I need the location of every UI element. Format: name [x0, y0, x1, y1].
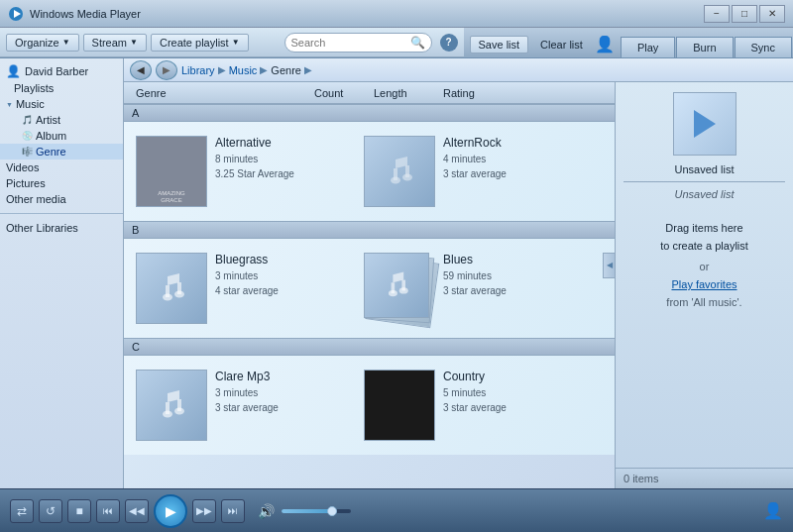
sidebar-item-genre[interactable]: 🎼 Genre [0, 144, 123, 160]
window-controls: − □ ✕ [704, 5, 785, 23]
svg-point-11 [389, 290, 397, 296]
drag-hint: Drag items hereto create a playlist [660, 220, 748, 255]
genre-item-bluegrass[interactable]: Bluegrass 3 minutes 4 star average [132, 249, 350, 328]
breadcrumb-music[interactable]: Music [229, 64, 258, 76]
sidebar-item-playlists[interactable]: Playlists [0, 80, 123, 96]
genre-meta-altern-rock: 4 minutes 3 star average [443, 152, 574, 181]
sidebar-item-other-media[interactable]: Other media [0, 191, 123, 207]
create-playlist-button[interactable]: Create playlist ▼ [151, 34, 249, 52]
col-length[interactable]: Length [370, 87, 439, 99]
back-button[interactable]: ◀ [130, 60, 152, 80]
clear-list-button[interactable]: Clear list [532, 37, 591, 53]
sidebar-item-music[interactable]: ▼ Music [0, 96, 123, 112]
help-button[interactable]: ? [440, 34, 458, 52]
app-icon [8, 6, 24, 22]
playback-bar: ⇄ ↺ ■ ⏮ ◀◀ ▶ ▶▶ ⏭ 🔊 👤 [0, 488, 793, 532]
genre-item-country[interactable]: Country 5 minutes 3 star average [360, 366, 578, 445]
main-area: 👤 David Barber Playlists ▼ Music 🎵 Artis… [0, 58, 793, 488]
play-favorites-link[interactable]: Play favorites [671, 278, 736, 290]
breadcrumb-sep-3: ▶ [304, 64, 312, 75]
sidebar-item-pictures[interactable]: Pictures [0, 175, 123, 191]
genre-list: Genre Count Length Rating A AMAZING [124, 82, 615, 488]
maximize-button[interactable]: □ [732, 5, 757, 23]
sidebar-item-other-libraries[interactable]: Other Libraries [0, 220, 123, 236]
volume-slider[interactable] [282, 509, 351, 513]
tab-play[interactable]: Play [621, 37, 675, 57]
organize-button[interactable]: Organize ▼ [6, 34, 79, 52]
unsaved-list-icon [673, 92, 736, 156]
genre-item-clare-mp3[interactable]: Clare Mp3 3 minutes 3 star average [132, 366, 350, 445]
next-track-button[interactable]: ⏭ [221, 499, 245, 523]
tab-burn[interactable]: Burn [676, 37, 733, 57]
forward-button[interactable]: ▶ [156, 60, 177, 80]
genre-meta-blues: 59 minutes 3 star average [443, 268, 574, 298]
genre-info-blues: Blues 59 minutes 3 star average [443, 253, 574, 298]
svg-point-7 [163, 294, 172, 301]
fast-forward-button[interactable]: ▶▶ [192, 499, 216, 523]
genre-item-altern-rock[interactable]: AlternRock 4 minutes 3 star average [360, 132, 578, 211]
toolbar: Organize ▼ Stream ▼ Create playlist ▼ 🔍 … [0, 28, 464, 57]
prev-track-button[interactable]: ⏮ [96, 499, 120, 523]
sidebar-item-album[interactable]: 💿 Album [0, 128, 123, 144]
sidebar-item-videos[interactable]: Videos [0, 160, 123, 175]
breadcrumb-sep-1: ▶ [218, 64, 226, 75]
search-input[interactable] [291, 37, 410, 49]
col-genre[interactable]: Genre [132, 87, 310, 99]
save-list-button[interactable]: Save list [470, 36, 529, 53]
from-text: from 'All music'. [666, 296, 741, 308]
genre-info-alternative: Alternative 8 minutes 3.25 Star Average [215, 136, 346, 181]
main-tabs: Save list Clear list 👤 Play Burn Sync [464, 28, 794, 57]
content-wrapper: ◀ ▶ Library ▶ Music ▶ Genre ▶ Genre Coun… [124, 58, 793, 488]
genre-name-clare-mp3: Clare Mp3 [215, 370, 346, 383]
tab-sync[interactable]: Sync [735, 37, 792, 57]
minimize-button[interactable]: − [704, 5, 730, 23]
svg-point-13 [399, 287, 408, 293]
playlist-dropdown-icon: ▼ [232, 38, 240, 47]
col-count[interactable]: Count [310, 87, 370, 99]
rewind-button[interactable]: ◀◀ [125, 499, 149, 523]
collapse-panel-button[interactable]: ◀ [603, 253, 616, 278]
search-icon[interactable]: 🔍 [410, 36, 425, 50]
genre-scroll[interactable]: A AMAZINGGRACE Alternative 8 minut [124, 104, 615, 488]
shuffle-button[interactable]: ⇄ [10, 499, 34, 523]
genre-grid-a: AMAZINGGRACE Alternative 8 minutes 3.25 … [124, 122, 615, 221]
sidebar-item-artist[interactable]: 🎵 Artist [0, 112, 123, 128]
genre-name-country: Country [443, 370, 574, 383]
content-area: Genre Count Length Rating A AMAZING [124, 82, 793, 488]
svg-point-9 [174, 291, 184, 298]
breadcrumb-genre: Genre [271, 64, 301, 76]
genre-name-alternative: Alternative [215, 136, 346, 150]
genre-item-alternative[interactable]: AMAZINGGRACE Alternative 8 minutes 3.25 … [132, 132, 350, 211]
column-headers: Genre Count Length Rating [124, 82, 615, 104]
volume-fill [282, 509, 330, 513]
repeat-button[interactable]: ↺ [39, 499, 62, 523]
genre-name-blues: Blues [443, 253, 574, 266]
sidebar: 👤 David Barber Playlists ▼ Music 🎵 Artis… [0, 58, 124, 488]
section-header-c: C [124, 338, 615, 356]
stream-dropdown-icon: ▼ [130, 38, 138, 47]
genre-grid-c: Clare Mp3 3 minutes 3 star average [124, 356, 615, 455]
unsaved-list-label: Unsaved list [675, 163, 735, 175]
close-button[interactable]: ✕ [759, 5, 785, 23]
stream-button[interactable]: Stream ▼ [83, 34, 147, 52]
genre-meta-bluegrass: 3 minutes 4 star average [215, 268, 346, 298]
stop-button[interactable]: ■ [67, 499, 91, 523]
or-text: or [700, 261, 710, 272]
svg-point-17 [174, 408, 184, 415]
right-panel: ◀ Unsaved list Unsaved list Drag items h… [615, 82, 793, 488]
genre-grid-b: Bluegrass 3 minutes 4 star average [124, 239, 615, 338]
volume-icon: 🔊 [258, 503, 275, 519]
breadcrumb-library[interactable]: Library [181, 64, 215, 76]
genre-name-altern-rock: AlternRock [443, 136, 574, 150]
volume-thumb[interactable] [327, 506, 337, 516]
genre-item-blues[interactable]: Blues 59 minutes 3 star average [360, 249, 578, 328]
breadcrumb: Library ▶ Music ▶ Genre ▶ [181, 64, 312, 76]
title-bar-left: Windows Media Player [8, 6, 141, 22]
breadcrumb-sep-2: ▶ [260, 64, 268, 75]
genre-meta-clare-mp3: 3 minutes 3 star average [215, 385, 346, 415]
genre-info-clare-mp3: Clare Mp3 3 minutes 3 star average [215, 370, 346, 415]
sidebar-item-david-barber[interactable]: 👤 David Barber [0, 62, 123, 80]
title-bar: Windows Media Player − □ ✕ [0, 0, 793, 28]
play-pause-button[interactable]: ▶ [154, 494, 187, 528]
col-rating[interactable]: Rating [439, 87, 607, 99]
